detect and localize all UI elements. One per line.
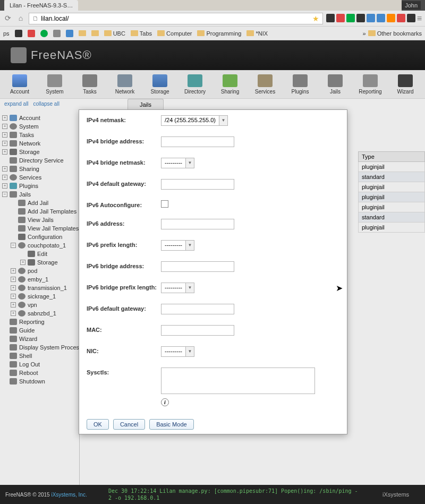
ext-icon[interactable]: [377, 14, 385, 22]
ipv6-gateway-input[interactable]: [161, 304, 234, 314]
bookmark-item[interactable]: Tabs: [131, 30, 152, 37]
ipv4-bridge-addr-input[interactable]: [161, 136, 234, 147]
folder-icon[interactable]: [79, 30, 86, 36]
bookmark-item[interactable]: Computer: [157, 30, 192, 37]
basic-mode-button[interactable]: Basic Mode: [149, 419, 193, 430]
home-icon[interactable]: ⌂: [16, 14, 26, 23]
sysctls-textarea[interactable]: [161, 368, 315, 394]
nic-select[interactable]: ---------▼: [161, 346, 194, 357]
label-ipv6-gateway: IPv6 default gateway:: [87, 304, 161, 312]
ext-icon[interactable]: [407, 14, 415, 22]
label-ipv6-bridge-addr: IPv6 bridge address:: [87, 261, 161, 269]
extension-icons: ≡: [326, 14, 422, 23]
menu-icon[interactable]: ≡: [417, 14, 422, 23]
bm-icon[interactable]: [66, 30, 73, 37]
ipv4-bridge-netmask-select[interactable]: ---------▼: [161, 158, 194, 168]
bookmark-item[interactable]: UBC: [104, 30, 125, 37]
bookmark-overflow[interactable]: »: [363, 30, 366, 37]
ok-button[interactable]: OK: [87, 419, 109, 430]
reload-icon[interactable]: ⟳: [3, 14, 13, 23]
label-sysctls: Sysctls:: [87, 368, 161, 375]
ext-icon[interactable]: [326, 14, 335, 22]
label-ipv6-bridge-prefix: IPv6 bridge prefix length:: [87, 283, 161, 291]
ipv4-netmask-select[interactable]: /24 (255.255.255.0)▼: [161, 115, 228, 126]
bookmark-item[interactable]: *NIX: [246, 30, 268, 37]
chevron-down-icon: ▼: [185, 283, 194, 293]
ixsystems-logo: iXsystems: [382, 491, 425, 498]
star-icon[interactable]: ★: [312, 14, 319, 23]
label-mac: MAC:: [87, 325, 161, 333]
bm-icon[interactable]: [15, 30, 22, 37]
label-ipv4-bridge-addr: IPv4 bridge address:: [87, 136, 161, 144]
url-text: lilan.local/: [41, 15, 69, 22]
label-ipv4-netmask: IPv4 netmask:: [87, 115, 161, 123]
folder-icon[interactable]: [91, 30, 99, 36]
label-nic: NIC:: [87, 346, 161, 354]
user-badge[interactable]: John: [402, 1, 421, 10]
chevron-down-icon: ▼: [219, 116, 227, 125]
chevron-down-icon: ▼: [185, 241, 194, 250]
other-bookmarks[interactable]: Other bookmarks: [368, 30, 422, 37]
ext-icon[interactable]: [387, 14, 395, 22]
company-link[interactable]: iXsystems, Inc.: [51, 492, 87, 498]
mac-input[interactable]: [161, 325, 234, 336]
ipv6-auto-checkbox[interactable]: [161, 200, 168, 208]
label-ipv6-auto: IPv6 Autoconfigure:: [87, 200, 161, 208]
label-ipv6-prefix: IPv6 prefix length:: [87, 240, 161, 248]
ipv6-bridge-addr-input[interactable]: [161, 261, 234, 272]
ext-icon[interactable]: [336, 14, 345, 22]
label-ipv4-gateway: IPv4 default gateway:: [87, 179, 161, 187]
label-ipv4-bridge-netmask: IPv4 bridge netmask:: [87, 158, 161, 166]
ext-icon[interactable]: [346, 14, 355, 22]
chevron-down-icon: ▼: [185, 347, 194, 356]
browser-tab[interactable]: Lilan - FreeNAS-9.3-S…: [4, 0, 78, 11]
cancel-button[interactable]: Cancel: [113, 419, 145, 430]
bookmark-item[interactable]: ps: [3, 30, 10, 37]
ipv4-gateway-input[interactable]: [161, 179, 234, 190]
bm-icon[interactable]: [28, 30, 35, 37]
label-ipv6-addr: IPv6 address:: [87, 219, 161, 227]
jail-settings-modal: IPv4 netmask: /24 (255.255.255.0)▼ IPv4 …: [79, 109, 347, 434]
info-icon[interactable]: i: [161, 398, 169, 406]
footer-copyright: FreeNAS® © 2015 iXsystems, Inc.: [0, 492, 106, 498]
ext-icon[interactable]: [397, 14, 405, 22]
bookmark-item[interactable]: Programming: [197, 30, 241, 37]
bm-icon[interactable]: [40, 30, 48, 37]
chevron-down-icon: ▼: [185, 158, 194, 168]
ext-icon[interactable]: [356, 14, 365, 22]
ext-icon[interactable]: [367, 14, 375, 22]
ipv6-prefix-select[interactable]: ---------▼: [161, 240, 194, 251]
url-input[interactable]: 🗋 lilan.local/ ★: [29, 13, 323, 24]
footer-log: Dec 30 17:22:14 Lilan manage.py: [common…: [106, 485, 382, 503]
bm-icon[interactable]: [53, 30, 61, 37]
ipv6-bridge-prefix-select[interactable]: ---------▼: [161, 283, 194, 293]
ipv6-addr-input[interactable]: [161, 219, 234, 229]
